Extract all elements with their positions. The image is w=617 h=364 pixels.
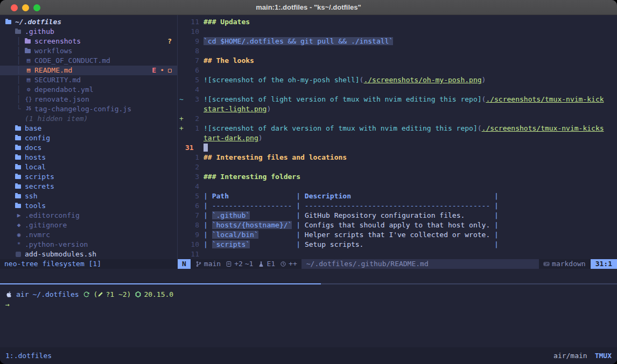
tree-item[interactable]: (1 hidden item) bbox=[0, 114, 177, 124]
editor-line[interactable]: 9`cd $HOME/.dotfiles && git pull && ./in… bbox=[178, 37, 617, 46]
editor-line[interactable]: 10 bbox=[178, 27, 617, 37]
tree-item[interactable]: ◉.nvmrc bbox=[0, 230, 177, 240]
tree-item[interactable]: tools bbox=[0, 201, 177, 211]
editor-line[interactable]: +1![screenshot of dark version of tmux w… bbox=[178, 124, 617, 133]
line-number: 2 bbox=[185, 162, 199, 172]
editor-line[interactable]: 31 bbox=[178, 143, 617, 153]
editor-line-text bbox=[199, 27, 617, 37]
minimize-button[interactable] bbox=[22, 4, 29, 11]
tree-item[interactable]: .github bbox=[0, 27, 177, 37]
tree-item[interactable]: │▤CODE_OF_CONDUCT.md bbox=[0, 56, 177, 66]
tree-item[interactable]: │screenshots? bbox=[0, 37, 177, 46]
tree-item-label: secrets bbox=[25, 182, 54, 191]
diff-added: +2 bbox=[234, 259, 243, 269]
tree-item[interactable]: scripts bbox=[0, 172, 177, 182]
editor-line[interactable]: start-light.png) bbox=[178, 104, 617, 114]
tree-item[interactable]: hosts bbox=[0, 153, 177, 162]
gitsign-column bbox=[178, 249, 185, 259]
line-number: 11 bbox=[185, 249, 199, 259]
tree-item[interactable]: │{}renovate.json bbox=[0, 95, 177, 104]
zoom-button[interactable] bbox=[33, 4, 40, 11]
editor-line-text: | `.github` | GitHub Repository configur… bbox=[199, 211, 617, 220]
text-segment: | bbox=[490, 231, 499, 239]
text-segment: ![screenshot of dark version of tmux wit… bbox=[204, 124, 478, 132]
shell-prompt-line: air ~/.dotfiles ( ?1 ~2) 20.15.0 bbox=[5, 289, 617, 299]
text-segment: ### Interesting folders bbox=[204, 173, 300, 181]
tmux-window-item[interactable]: 1:.dotfiles bbox=[5, 352, 52, 360]
folder-icon bbox=[15, 136, 25, 140]
editor-line[interactable]: 11### Updates bbox=[178, 17, 617, 27]
tree-item[interactable]: └JStag-changelog-config.js bbox=[0, 104, 177, 114]
editor-gutter: +1 bbox=[178, 124, 199, 133]
editor-line[interactable]: 4 bbox=[178, 85, 617, 95]
gitsign-column bbox=[178, 191, 185, 201]
close-button[interactable] bbox=[11, 4, 18, 11]
indent-guide: │ bbox=[15, 66, 25, 75]
gitsign-column: ~ bbox=[178, 95, 185, 104]
host-name: air bbox=[16, 289, 29, 299]
editor-line[interactable]: 11 bbox=[178, 249, 617, 259]
text-segment: | bbox=[292, 211, 304, 219]
editor-line[interactable]: 6| ------------------- | ---------------… bbox=[178, 201, 617, 211]
editor-line[interactable]: 5![screenshot of the oh-my-posh shell](.… bbox=[178, 75, 617, 85]
tree-item[interactable]: │▤README.mdE• bbox=[0, 66, 177, 75]
tree-item[interactable]: local bbox=[0, 162, 177, 172]
editor-line[interactable]: tart-dark.png) bbox=[178, 133, 617, 143]
editor-line[interactable]: 8 bbox=[178, 46, 617, 56]
gitsign-column: + bbox=[178, 114, 185, 124]
editor-gutter: 9 bbox=[178, 37, 199, 46]
tree-item[interactable]: config bbox=[0, 133, 177, 143]
git-branch-segment: main bbox=[195, 259, 221, 269]
text-segment: | bbox=[490, 240, 499, 248]
editor-line[interactable]: 3### Interesting folders bbox=[178, 172, 617, 182]
text-segment: | bbox=[204, 231, 212, 239]
tree-item-label: tag-changelog-config.js bbox=[34, 104, 131, 114]
tree-item[interactable]: base bbox=[0, 124, 177, 133]
editor-line[interactable]: 9| `local/bin` | Helper scripts that I'v… bbox=[178, 230, 617, 240]
text-segment: | bbox=[292, 231, 304, 239]
editor-line[interactable]: +2 bbox=[178, 114, 617, 124]
editor-line[interactable]: 10| `scripts` | Setup scripts. | bbox=[178, 240, 617, 249]
tree-item[interactable]: ssh bbox=[0, 191, 177, 201]
editor-line-text bbox=[199, 143, 617, 153]
gitsign-column bbox=[178, 162, 185, 172]
neotree-sidebar: ~/.dotfiles.github│screenshots?│workflow… bbox=[0, 15, 178, 259]
shell-input-line[interactable]: → bbox=[5, 299, 617, 310]
editor-line[interactable]: 8| `hosts/{hostname}/` | Configs that sh… bbox=[178, 220, 617, 230]
tree-item[interactable]: ~/.dotfiles bbox=[0, 17, 177, 27]
folder-icon bbox=[15, 126, 25, 131]
editor-line[interactable]: 7## The looks bbox=[178, 56, 617, 66]
tree-item[interactable]: docs bbox=[0, 143, 177, 153]
tree-item[interactable]: secrets bbox=[0, 182, 177, 191]
tree-item[interactable]: │workflows bbox=[0, 46, 177, 56]
folder-icon bbox=[15, 146, 25, 150]
editor-line[interactable]: 7| `.github` | GitHub Repository configu… bbox=[178, 211, 617, 220]
editor-line[interactable]: 6 bbox=[178, 66, 617, 75]
editor-line[interactable]: 2 bbox=[178, 162, 617, 172]
editor-line[interactable]: 5| Path | Description | bbox=[178, 191, 617, 201]
editor-line[interactable]: ~3![screenshot of light version of tmux … bbox=[178, 95, 617, 104]
tree-item[interactable]: *.python-version bbox=[0, 240, 177, 249]
tree-item-label: docs bbox=[25, 143, 41, 153]
text-segment: | bbox=[204, 192, 212, 200]
indent-guide: └ bbox=[15, 104, 25, 114]
tree-item[interactable]: ◆.gitignore bbox=[0, 220, 177, 230]
tree-item[interactable]: │⚙dependabot.yml bbox=[0, 85, 177, 95]
indent-guide: │ bbox=[15, 95, 25, 104]
tree-item[interactable]: add-submodules.sh bbox=[0, 249, 177, 259]
line-number: 6 bbox=[185, 66, 199, 75]
line-number: 4 bbox=[185, 182, 199, 191]
editor-line-text bbox=[199, 249, 617, 259]
editor-line[interactable]: 1## Interesting files and locations bbox=[178, 153, 617, 162]
text-segment: | bbox=[292, 192, 304, 200]
tree-item[interactable]: ▶.editorconfig bbox=[0, 211, 177, 220]
editor-line-text bbox=[199, 46, 617, 56]
folder-icon bbox=[25, 49, 34, 53]
shell-pane[interactable]: air ~/.dotfiles ( ?1 ~2) 20.15.0 → bbox=[0, 284, 617, 347]
editor-gutter: 6 bbox=[178, 201, 199, 211]
tmux-session-name: air/main bbox=[553, 352, 587, 360]
editor-line[interactable]: 4 bbox=[178, 182, 617, 191]
tree-item[interactable]: │▤SECURITY.md bbox=[0, 75, 177, 85]
branch-name: main bbox=[204, 259, 221, 269]
line-number bbox=[185, 104, 199, 114]
